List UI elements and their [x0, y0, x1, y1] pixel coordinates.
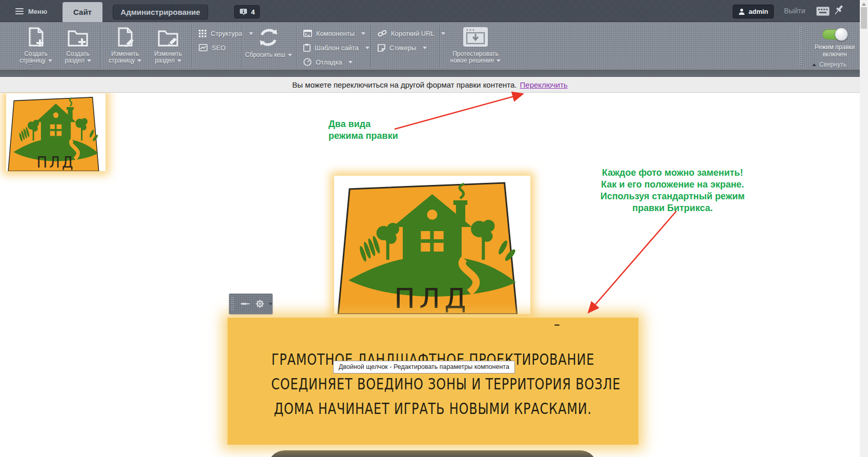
- debug-button[interactable]: Отладка: [303, 56, 353, 68]
- seo-chart-icon: [199, 44, 208, 51]
- edit-mode-toggle[interactable]: [822, 29, 847, 39]
- structure-label: Структура: [211, 30, 242, 37]
- top-bar: Меню Сайт Администрирование 4 admin Выйт…: [0, 0, 860, 22]
- edit-page-button[interactable]: Изменить страницу: [104, 26, 147, 69]
- edit-folder-icon: [157, 26, 179, 48]
- chevron-down-icon: [87, 59, 91, 62]
- hamburger-icon: [15, 8, 24, 14]
- component-drag-handle[interactable]: [231, 297, 234, 311]
- annotation-line: режима правки: [328, 130, 398, 142]
- logout-link[interactable]: Выйти: [784, 7, 805, 15]
- chevron-down-icon: [423, 47, 427, 49]
- create-page-button[interactable]: Создать страницу: [15, 26, 56, 69]
- scrollbar-thumb[interactable]: [861, 7, 867, 29]
- chevron-down-icon: [497, 59, 501, 62]
- landscape-logo-art: ПЛД: [334, 176, 530, 314]
- components-label: Компоненты: [316, 30, 355, 37]
- logo-image-large[interactable]: ПЛД: [334, 176, 530, 314]
- toggle-knob: [835, 28, 848, 41]
- edit-section-button[interactable]: Изменить раздел: [148, 26, 189, 69]
- new-page-icon: [25, 26, 47, 48]
- tooltip-text: Двойной щелчок - Редактировать параметры…: [339, 363, 509, 370]
- site-template-button[interactable]: Шаблон сайта: [303, 42, 369, 53]
- notice-bar: Вы можете переключиться на другой формат…: [0, 77, 860, 93]
- tab-administration[interactable]: Администрирование: [113, 5, 208, 19]
- edit-page-label: Изменить страницу: [109, 50, 139, 64]
- annotation-line: Каждое фото можно заменить!: [571, 167, 774, 179]
- site-template-label: Шаблон сайта: [315, 44, 359, 52]
- logo-caption: ПЛД: [394, 282, 470, 314]
- toolbar-separator: [296, 25, 297, 67]
- chevron-down-icon: [137, 59, 141, 62]
- page-bottom-nav[interactable]: [267, 450, 597, 457]
- menu-label: Меню: [28, 8, 47, 15]
- tab-site[interactable]: Сайт: [63, 2, 102, 22]
- terminal-window-icon: [303, 30, 312, 37]
- new-folder-icon: [67, 26, 89, 48]
- seo-button[interactable]: SEO: [199, 42, 225, 53]
- banner-line: СОЕДИНЯЕТ ВОЕДИНО ЗОНЫ И ТЕРРИТОРИЯ ВОЗЛ…: [271, 375, 621, 393]
- pin-icon[interactable]: [833, 4, 844, 17]
- chevron-down-icon: [48, 59, 52, 62]
- toolbar-separator: [370, 25, 371, 67]
- arrow-to-banner: [589, 211, 676, 311]
- edit-mode-label: Режим правки включен: [802, 44, 867, 58]
- logo-caption: ПЛД: [36, 153, 75, 171]
- create-page-label: Создать страницу: [19, 50, 48, 64]
- scrollbar-up-arrow[interactable]: [862, 3, 866, 6]
- landscape-logo-art: ПЛД: [6, 93, 106, 171]
- annotation-line: Используя стандартный режим: [571, 191, 774, 202]
- edit-toolbar: Создать страницу Создать раздел Изменить…: [0, 22, 860, 70]
- chevron-down-icon: [365, 47, 369, 49]
- notifications-badge[interactable]: 4: [234, 5, 260, 18]
- test-solution-button[interactable]: Протестировать новое решение: [445, 26, 506, 69]
- slogan-banner[interactable]: ГРАМОТНОЕ ЛАНДШАФТНОЕ ПРОЕКТИРОВАНИЕ СОЕ…: [228, 318, 638, 445]
- annotation-line: Два вида: [328, 118, 398, 130]
- component-settings-gear-icon[interactable]: [255, 299, 264, 309]
- chevron-down-icon: [177, 59, 181, 62]
- switch-format-link[interactable]: Переключить: [520, 80, 568, 89]
- sticker-icon: [378, 44, 385, 52]
- test-solution-label: Протестировать новое решение: [450, 50, 499, 64]
- toolbar-shadow: [0, 70, 860, 77]
- chevron-down-icon[interactable]: [268, 303, 273, 305]
- keyboard-icon[interactable]: [816, 7, 830, 16]
- user-icon: [738, 8, 745, 15]
- component-mini-toolbar: [229, 294, 273, 314]
- annotation-line: правки Битрикса.: [571, 202, 774, 214]
- stickers-button[interactable]: Стикеры: [378, 42, 427, 53]
- tab-site-label: Сайт: [73, 8, 92, 16]
- reset-cache-label: Сбросить кеш: [245, 51, 285, 58]
- admin-user-button[interactable]: admin: [733, 5, 774, 18]
- logo-image-small[interactable]: ПЛД: [6, 93, 106, 171]
- collapse-label: Свернуть: [819, 61, 846, 68]
- edit-component-tooltip: Двойной щелчок - Редактировать параметры…: [333, 361, 515, 373]
- banner-line: ДОМА НАЧИНАЕТ ИГРАТЬ НОВЫМИ КРАСКАМИ.: [274, 400, 592, 418]
- create-section-button[interactable]: Создать раздел: [57, 26, 98, 69]
- chevron-down-icon: [288, 54, 292, 56]
- annotation-line: Как и его положение на экране.: [571, 179, 774, 191]
- gauge-icon: [303, 58, 312, 66]
- debug-label: Отладка: [316, 58, 342, 66]
- chevron-down-icon: [348, 61, 353, 64]
- admin-user-label: admin: [749, 8, 768, 15]
- toolbar-separator: [100, 25, 101, 67]
- toolbar-separator: [192, 25, 193, 67]
- seo-label: SEO: [212, 44, 225, 52]
- collapse-button[interactable]: Свернуть: [812, 61, 846, 68]
- vertical-scrollbar: [860, 0, 868, 457]
- annotation-photo-replace: Каждое фото можно заменить! Как и его по…: [571, 167, 774, 214]
- tab-administration-label: Администрирование: [120, 8, 200, 16]
- arrow-to-switch-link: [395, 94, 522, 129]
- component-pin-icon[interactable]: [239, 300, 250, 307]
- menu-button[interactable]: Меню: [15, 5, 47, 17]
- components-button[interactable]: Компоненты: [303, 28, 365, 39]
- browser-download-icon: [460, 26, 491, 48]
- refresh-icon: [257, 26, 280, 49]
- clipboard-icon: [303, 44, 311, 52]
- short-url-button[interactable]: Короткий URL: [378, 28, 445, 39]
- reset-cache-button[interactable]: Сбросить кеш: [245, 26, 292, 69]
- short-url-label: Короткий URL: [391, 30, 435, 37]
- notice-text: Вы можете переключиться на другой формат…: [292, 80, 516, 89]
- grid-icon: [199, 30, 206, 37]
